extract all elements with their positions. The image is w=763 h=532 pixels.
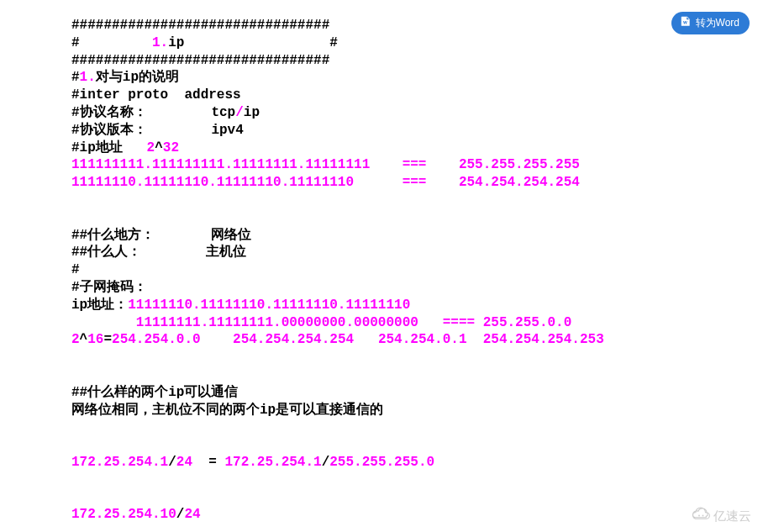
svg-point-1	[702, 514, 704, 516]
text: #	[184, 35, 337, 50]
text: #协议名称： tcp	[71, 105, 235, 120]
text: ##什么样的两个ip可以通信	[71, 385, 238, 400]
watermark: 亿速云	[692, 507, 751, 526]
cloud-icon	[692, 507, 712, 526]
text: 2	[147, 140, 155, 155]
text: 2	[71, 332, 80, 347]
text: ^	[80, 332, 88, 347]
text: #协议版本： ipv4	[71, 123, 244, 138]
text: #	[71, 35, 152, 50]
text: #inter proto address	[71, 87, 241, 103]
text: 11111110.11111110.11111110.11111110 === …	[71, 175, 580, 190]
text: ##什么地方： 网络位	[71, 228, 251, 243]
convert-to-word-button[interactable]: 转为Word	[671, 12, 750, 34]
text: /	[168, 455, 176, 470]
text: 网络位相同，主机位不同的两个ip是可以直接通信的	[71, 403, 383, 418]
convert-button-label: 转为Word	[696, 17, 739, 30]
text: 172.25.254.1	[224, 455, 321, 470]
text: =	[103, 332, 112, 347]
text: 172.25.254.10	[71, 507, 176, 522]
text: 32	[163, 140, 179, 155]
text: #	[71, 70, 80, 85]
text: 1.	[152, 35, 168, 50]
text: #	[71, 262, 80, 277]
text: /	[322, 455, 330, 470]
text: ##什么人： 主机位	[71, 245, 246, 260]
text: 254.254.0.0 254.254.254.254 254.254.0.1 …	[112, 332, 604, 347]
text: ip	[244, 105, 260, 120]
text: /	[176, 507, 185, 522]
watermark-text: 亿速云	[713, 508, 751, 524]
text: ################################	[71, 18, 329, 33]
text: ip地址：	[71, 298, 128, 313]
text: 172.25.254.1	[71, 455, 168, 470]
word-icon	[680, 15, 692, 31]
text: 24	[184, 507, 200, 522]
text: 24	[176, 455, 192, 470]
text: 255.255.255.0	[329, 455, 434, 470]
text: 对与ip的说明	[96, 70, 179, 85]
text: #子网掩码：	[71, 280, 147, 295]
code-content: ################################ # 1.ip …	[0, 0, 763, 524]
text: 11111111.11111111.00000000.00000000 ====…	[71, 315, 571, 330]
text: #ip地址	[71, 140, 147, 155]
text: /	[235, 105, 244, 120]
text: 1.	[80, 70, 96, 85]
text: 111111111.111111111.11111111.11111111 ==…	[71, 157, 580, 172]
text: 11111110.11111110.11111110.11111110	[128, 298, 410, 313]
text: 16	[87, 332, 103, 347]
text: ^	[155, 140, 163, 155]
text: =	[192, 455, 224, 470]
svg-point-0	[698, 514, 700, 516]
text: ################################	[71, 53, 329, 68]
text: ip	[168, 35, 184, 50]
